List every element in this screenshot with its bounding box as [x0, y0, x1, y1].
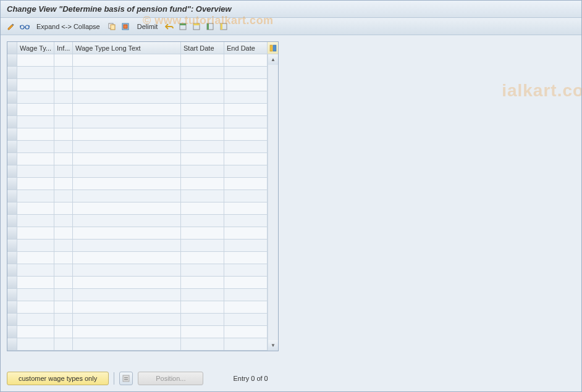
- cell-end_date[interactable]: [224, 54, 268, 67]
- cell-end_date[interactable]: [224, 141, 268, 153]
- cell-wage_type[interactable]: [17, 289, 54, 301]
- cell-wage_type[interactable]: [17, 116, 54, 128]
- cell-end_date[interactable]: [224, 79, 268, 91]
- cell-end_date[interactable]: [224, 128, 268, 141]
- cell-wage_type[interactable]: [17, 264, 54, 277]
- cell-inf[interactable]: [54, 54, 73, 67]
- cell-long_text[interactable]: [73, 338, 181, 351]
- cell-inf[interactable]: [54, 91, 73, 104]
- cell-long_text[interactable]: [73, 289, 181, 301]
- cell-inf[interactable]: [54, 338, 73, 351]
- cell-end_date[interactable]: [224, 215, 268, 227]
- cell-inf[interactable]: [54, 301, 73, 314]
- cell-long_text[interactable]: [73, 178, 181, 190]
- cell-wage_type[interactable]: [17, 277, 54, 289]
- row-handle[interactable]: [7, 54, 17, 67]
- cell-end_date[interactable]: [224, 67, 268, 79]
- deselect-block-icon[interactable]: [191, 21, 202, 32]
- cell-long_text[interactable]: [73, 91, 181, 104]
- select-block-icon[interactable]: [177, 21, 188, 32]
- cell-inf[interactable]: [54, 314, 73, 326]
- cell-inf[interactable]: [54, 116, 73, 128]
- cell-end_date[interactable]: [224, 314, 268, 326]
- cell-start_date[interactable]: [181, 153, 224, 165]
- glasses-icon[interactable]: [19, 21, 30, 32]
- scroll-track[interactable]: [268, 65, 278, 340]
- cell-inf[interactable]: [54, 165, 73, 178]
- row-handle[interactable]: [7, 338, 17, 351]
- cell-wage_type[interactable]: [17, 240, 54, 252]
- cell-end_date[interactable]: [224, 91, 268, 104]
- table-corner[interactable]: [7, 42, 17, 54]
- cell-long_text[interactable]: [73, 215, 181, 227]
- cell-start_date[interactable]: [181, 67, 224, 79]
- cell-long_text[interactable]: [73, 240, 181, 252]
- column-header-start_date[interactable]: Start Date: [181, 42, 224, 54]
- cell-wage_type[interactable]: [17, 178, 54, 190]
- cell-long_text[interactable]: [73, 54, 181, 67]
- cell-wage_type[interactable]: [17, 165, 54, 178]
- cell-start_date[interactable]: [181, 301, 224, 314]
- row-handle[interactable]: [7, 202, 17, 215]
- customer-wage-types-button[interactable]: customer wage types only: [7, 372, 109, 385]
- cell-start_date[interactable]: [181, 215, 224, 227]
- cell-end_date[interactable]: [224, 240, 268, 252]
- cell-start_date[interactable]: [181, 314, 224, 326]
- row-handle[interactable]: [7, 215, 17, 227]
- cell-inf[interactable]: [54, 128, 73, 141]
- toggle-edit-icon[interactable]: [6, 21, 17, 32]
- cell-inf[interactable]: [54, 104, 73, 116]
- cell-inf[interactable]: [54, 289, 73, 301]
- cell-start_date[interactable]: [181, 227, 224, 240]
- cell-long_text[interactable]: [73, 227, 181, 240]
- row-handle[interactable]: [7, 165, 17, 178]
- cell-inf[interactable]: [54, 326, 73, 338]
- cell-end_date[interactable]: [224, 153, 268, 165]
- cell-long_text[interactable]: [73, 128, 181, 141]
- undo-icon[interactable]: [164, 21, 175, 32]
- deselect-all-icon[interactable]: [205, 21, 216, 32]
- select-all-icon[interactable]: [120, 21, 131, 32]
- cell-end_date[interactable]: [224, 252, 268, 264]
- cell-wage_type[interactable]: [17, 91, 54, 104]
- cell-wage_type[interactable]: [17, 215, 54, 227]
- cell-start_date[interactable]: [181, 240, 224, 252]
- cell-wage_type[interactable]: [17, 67, 54, 79]
- cell-inf[interactable]: [54, 79, 73, 91]
- cell-wage_type[interactable]: [17, 338, 54, 351]
- row-handle[interactable]: [7, 227, 17, 240]
- cell-wage_type[interactable]: [17, 54, 54, 67]
- cell-long_text[interactable]: [73, 264, 181, 277]
- cell-start_date[interactable]: [181, 289, 224, 301]
- cell-inf[interactable]: [54, 190, 73, 202]
- cell-start_date[interactable]: [181, 54, 224, 67]
- expand-collapse-button[interactable]: Expand <-> Collapse: [33, 23, 104, 30]
- row-handle[interactable]: [7, 178, 17, 190]
- row-handle[interactable]: [7, 153, 17, 165]
- cell-start_date[interactable]: [181, 202, 224, 215]
- cell-inf[interactable]: [54, 67, 73, 79]
- cell-long_text[interactable]: [73, 67, 181, 79]
- row-handle[interactable]: [7, 301, 17, 314]
- cell-start_date[interactable]: [181, 116, 224, 128]
- row-handle[interactable]: [7, 314, 17, 326]
- row-handle[interactable]: [7, 252, 17, 264]
- cell-wage_type[interactable]: [17, 190, 54, 202]
- cell-start_date[interactable]: [181, 128, 224, 141]
- cell-end_date[interactable]: [224, 202, 268, 215]
- cell-wage_type[interactable]: [17, 301, 54, 314]
- cell-end_date[interactable]: [224, 227, 268, 240]
- cell-inf[interactable]: [54, 240, 73, 252]
- cell-inf[interactable]: [54, 215, 73, 227]
- cell-end_date[interactable]: [224, 338, 268, 351]
- cell-end_date[interactable]: [224, 326, 268, 338]
- cell-inf[interactable]: [54, 264, 73, 277]
- cell-start_date[interactable]: [181, 79, 224, 91]
- table-config-icon[interactable]: [268, 42, 278, 54]
- cell-end_date[interactable]: [224, 165, 268, 178]
- cell-start_date[interactable]: [181, 190, 224, 202]
- row-handle[interactable]: [7, 289, 17, 301]
- cell-end_date[interactable]: [224, 104, 268, 116]
- cell-start_date[interactable]: [181, 252, 224, 264]
- cell-long_text[interactable]: [73, 141, 181, 153]
